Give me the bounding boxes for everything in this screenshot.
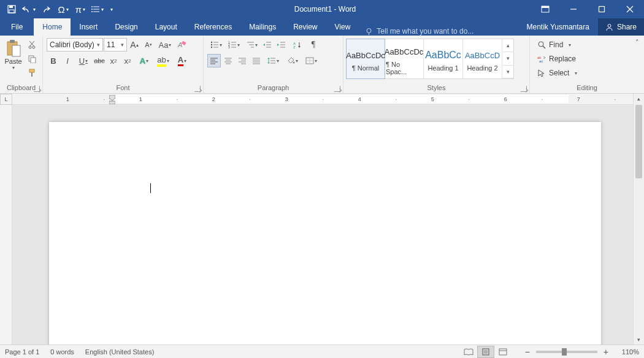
collapse-ribbon-button[interactable]: ˄: [632, 37, 642, 47]
align-right-button[interactable]: [236, 54, 249, 67]
highlight-button[interactable]: ab▾: [154, 54, 172, 67]
font-size-combo[interactable]: 11▾: [104, 38, 127, 51]
decrease-indent-button[interactable]: [261, 38, 274, 51]
format-painter-button[interactable]: [25, 66, 39, 80]
justify-button[interactable]: [250, 54, 263, 67]
qat-customize[interactable]: ▾: [107, 0, 115, 18]
read-mode-button[interactable]: [460, 346, 477, 358]
paste-button[interactable]: Paste ▾: [4, 38, 23, 80]
page-count[interactable]: Page 1 of 1: [5, 348, 39, 356]
save-button[interactable]: [4, 0, 20, 18]
vertical-scrollbar[interactable]: ▴ ▾: [633, 94, 644, 345]
scroll-thumb[interactable]: [635, 105, 642, 178]
show-marks-button[interactable]: ¶: [307, 38, 320, 51]
style-normal[interactable]: AaBbCcDc¶ Normal: [346, 39, 385, 79]
style-heading-1[interactable]: AaBbCcHeading 1: [424, 39, 463, 78]
styles-more-button[interactable]: ▾: [502, 66, 513, 78]
tab-insert[interactable]: Insert: [71, 18, 106, 36]
ribbon-options-button[interactable]: [531, 0, 559, 18]
find-button[interactable]: Find▾: [534, 38, 581, 51]
styles-dialog-launcher[interactable]: [521, 86, 527, 92]
shading-button[interactable]: ▾: [283, 54, 301, 67]
multilevel-list-button[interactable]: ▾: [243, 38, 260, 51]
scroll-down-button[interactable]: ▾: [634, 335, 644, 345]
minimize-button[interactable]: [559, 0, 588, 18]
font-label: Font: [43, 83, 203, 93]
tab-view[interactable]: View: [326, 18, 359, 36]
cut-button[interactable]: [25, 38, 39, 51]
subscript-button[interactable]: x2: [107, 54, 120, 67]
bullets-button[interactable]: ▾: [207, 38, 224, 51]
scissors-icon: [28, 40, 36, 49]
list-button[interactable]: ▾: [90, 0, 105, 18]
styles-down-button[interactable]: ▾: [502, 52, 513, 65]
canvas[interactable]: [12, 105, 633, 345]
tell-me-search[interactable]: Tell me what you want to do...: [365, 27, 473, 36]
zoom-slider[interactable]: [536, 351, 597, 353]
select-button[interactable]: Select▾: [534, 66, 581, 80]
clear-formatting-button[interactable]: A: [175, 38, 188, 51]
font-dialog-launcher[interactable]: [194, 86, 201, 92]
italic-button[interactable]: I: [61, 54, 74, 67]
tab-references[interactable]: References: [186, 18, 240, 36]
sort-button[interactable]: AZ: [289, 38, 306, 51]
style-heading-2[interactable]: AaBbCcDHeading 2: [463, 39, 502, 78]
style-no-spacing[interactable]: AaBbCcDc¶ No Spac...: [385, 39, 424, 78]
equation-button[interactable]: Ω▾: [55, 0, 71, 18]
styles-gallery[interactable]: AaBbCcDc¶ Normal AaBbCcDc¶ No Spac... Aa…: [346, 39, 514, 79]
account-name[interactable]: Mentik Yusmantara: [518, 18, 598, 36]
outdent-icon: [263, 41, 272, 48]
tab-file[interactable]: File: [0, 18, 34, 36]
multilevel-icon: [246, 41, 255, 48]
align-left-button[interactable]: [207, 54, 221, 67]
language[interactable]: English (United States): [85, 348, 155, 356]
scroll-up-button[interactable]: ▴: [634, 94, 644, 104]
page[interactable]: [49, 122, 601, 345]
tab-home[interactable]: Home: [34, 18, 71, 36]
zoom-out-button[interactable]: −: [523, 347, 532, 357]
font-color-button[interactable]: A▾: [173, 54, 191, 67]
undo-button[interactable]: ▾: [21, 0, 37, 18]
tab-design[interactable]: Design: [106, 18, 146, 36]
bullets-icon: [210, 41, 219, 48]
tab-review[interactable]: Review: [285, 18, 326, 36]
share-button[interactable]: Share: [598, 18, 644, 36]
zoom-knob[interactable]: [562, 348, 567, 356]
tab-mailings[interactable]: Mailings: [240, 18, 285, 36]
borders-button[interactable]: ▾: [302, 54, 320, 67]
svg-point-32: [210, 44, 212, 45]
zoom-level[interactable]: 110%: [615, 348, 639, 356]
clipboard-dialog-launcher[interactable]: [34, 86, 40, 92]
styles-up-button[interactable]: ▴: [502, 39, 513, 52]
replace-button[interactable]: abacReplace: [534, 52, 581, 66]
svg-point-7: [91, 9, 93, 10]
underline-button[interactable]: U▾: [75, 54, 92, 67]
change-case-button[interactable]: Aa▾: [156, 38, 174, 51]
close-button[interactable]: [616, 0, 644, 18]
numbering-icon: 123: [228, 41, 237, 48]
numbering-button[interactable]: 123▾: [225, 38, 242, 51]
maximize-button[interactable]: [588, 0, 616, 18]
paste-icon: [6, 39, 21, 58]
web-layout-button[interactable]: [494, 346, 512, 358]
font-name-combo[interactable]: Calibri (Body)▾: [47, 38, 103, 51]
zoom-in-button[interactable]: +: [601, 347, 611, 357]
tab-layout[interactable]: Layout: [147, 18, 186, 36]
paragraph-dialog-launcher[interactable]: [334, 86, 340, 92]
word-count[interactable]: 0 words: [50, 348, 74, 356]
redo-button[interactable]: [38, 0, 54, 18]
align-center-button[interactable]: [221, 54, 235, 67]
copy-button[interactable]: [25, 52, 39, 66]
strikethrough-button[interactable]: abc: [93, 54, 106, 67]
text-effects-button[interactable]: A▾: [135, 54, 153, 67]
line-spacing-button[interactable]: ▾: [264, 54, 282, 67]
symbols-button[interactable]: π▾: [72, 0, 88, 18]
print-layout-button[interactable]: [477, 346, 494, 358]
bold-button[interactable]: B: [47, 54, 60, 67]
shrink-font-button[interactable]: A▾: [142, 38, 155, 51]
grow-font-button[interactable]: A▴: [128, 38, 141, 51]
svg-point-22: [33, 46, 35, 48]
superscript-button[interactable]: x2: [121, 54, 134, 67]
vertical-ruler[interactable]: [0, 105, 12, 345]
increase-indent-button[interactable]: [275, 38, 288, 51]
